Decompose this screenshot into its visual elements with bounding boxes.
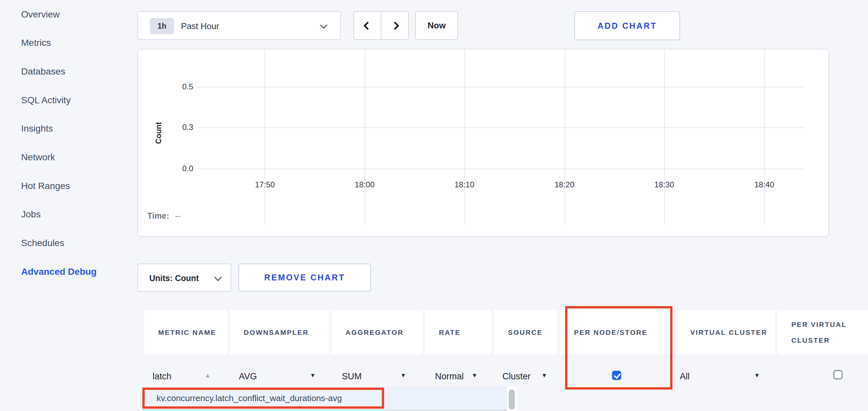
sort-open-icon[interactable]: ▲ bbox=[205, 372, 211, 379]
gridline bbox=[265, 50, 265, 225]
chevron-down-icon[interactable]: ▼ bbox=[310, 372, 316, 379]
time-range-label: Past Hour bbox=[181, 12, 219, 41]
downsampler-select-value[interactable]: AVG bbox=[239, 370, 257, 382]
time-range-selector[interactable]: 1h Past Hour bbox=[137, 11, 341, 40]
sidebar-item-insights[interactable]: Insights bbox=[21, 122, 120, 136]
metric-suggestion-item[interactable]: kv.concurrency.latch_conflict_wait_durat… bbox=[157, 386, 342, 410]
chevron-down-icon[interactable]: ▼ bbox=[754, 372, 760, 379]
chevron-left-icon bbox=[363, 22, 372, 30]
virtual-cluster-select-value[interactable]: All bbox=[680, 370, 690, 382]
y-tick-label: 0.5 bbox=[164, 82, 193, 92]
sidebar-item-jobs[interactable]: Jobs bbox=[21, 207, 120, 222]
hover-time-caption: Time:-- bbox=[147, 211, 181, 221]
x-tick-label: 17:50 bbox=[242, 180, 288, 189]
suggestion-scrollbar-thumb[interactable] bbox=[509, 389, 515, 410]
header-cell-virtual-cluster: VIRTUAL CLUSTER bbox=[676, 310, 775, 354]
rate-select-value[interactable]: Normal bbox=[435, 370, 464, 382]
hover-time-value: -- bbox=[175, 211, 181, 220]
header-cell-per-node-store: PER NODE/STORE bbox=[560, 310, 674, 354]
metric-suggestion-list: kv.concurrency.latch_conflict_wait_durat… bbox=[142, 386, 507, 411]
gridline bbox=[464, 50, 465, 225]
header-cell-aggregator: AGGREGATOR bbox=[332, 310, 423, 354]
per-virtual-cluster-checkbox[interactable] bbox=[833, 370, 843, 379]
header-cell-rate: RATE bbox=[425, 310, 491, 354]
sidebar-item-hot-ranges[interactable]: Hot Ranges bbox=[21, 179, 120, 193]
x-tick-label: 18:00 bbox=[342, 180, 388, 189]
sidebar-item-network[interactable]: Network bbox=[21, 150, 120, 165]
x-tick-label: 18:10 bbox=[441, 180, 488, 189]
metric-name-input[interactable] bbox=[153, 370, 202, 383]
sidebar-item-metrics[interactable]: Metrics bbox=[21, 36, 120, 50]
sidebar-item-schedules[interactable]: Schedules bbox=[21, 236, 120, 250]
per-node-store-checkbox[interactable] bbox=[612, 371, 621, 380]
chevron-right-icon bbox=[391, 22, 399, 30]
units-selector[interactable]: Units: Count bbox=[137, 264, 231, 292]
chevron-down-icon[interactable]: ▼ bbox=[472, 372, 477, 379]
time-range-pager bbox=[353, 11, 409, 40]
remove-chart-button[interactable]: REMOVE CHART bbox=[239, 264, 371, 292]
advanced-debug-custom-chart-page: Overview Metrics Databases SQL Activity … bbox=[0, 0, 868, 411]
chevron-down-icon[interactable]: ▼ bbox=[400, 372, 406, 379]
chevron-down-icon bbox=[214, 274, 222, 281]
y-tick-label: 0.0 bbox=[164, 164, 193, 174]
source-select-value[interactable]: Cluster bbox=[502, 370, 531, 382]
header-cell-source: SOURCE bbox=[494, 310, 557, 354]
chevron-down-icon bbox=[320, 22, 328, 29]
y-tick-label: 0.3 bbox=[164, 123, 193, 133]
gridline bbox=[564, 50, 565, 225]
chart-card: Count 0.5 0.3 0.0 17:50 18:00 18:10 18:2… bbox=[137, 49, 829, 237]
sidebar-item-sql-activity[interactable]: SQL Activity bbox=[21, 93, 120, 107]
chevron-down-icon[interactable]: ▼ bbox=[541, 372, 547, 379]
y-axis-label: Count bbox=[154, 113, 163, 153]
suggestion-divider bbox=[142, 410, 517, 410]
hover-time-label: Time: bbox=[147, 211, 169, 220]
header-cell-downsampler: DOWNSAMPLER bbox=[230, 310, 329, 354]
header-cell-metric-name: METRIC NAME bbox=[144, 310, 227, 354]
units-selector-label: Units: Count bbox=[149, 264, 199, 292]
add-chart-button[interactable]: ADD CHART bbox=[575, 11, 680, 40]
sidebar: Overview Metrics Databases SQL Activity … bbox=[0, 0, 137, 411]
sidebar-item-advanced-debug[interactable]: Advanced Debug bbox=[21, 265, 120, 279]
sidebar-item-databases[interactable]: Databases bbox=[21, 64, 120, 79]
gridline bbox=[197, 87, 805, 88]
gridline bbox=[197, 127, 805, 128]
gridline bbox=[197, 169, 805, 169]
next-range-button[interactable] bbox=[381, 12, 408, 39]
gridline bbox=[764, 50, 765, 225]
x-tick-label: 18:30 bbox=[641, 180, 687, 189]
x-tick-label: 18:20 bbox=[541, 180, 588, 189]
time-range-badge: 1h bbox=[150, 18, 174, 34]
x-tick-label: 18:40 bbox=[741, 180, 787, 189]
aggregator-select-value[interactable]: SUM bbox=[342, 370, 362, 382]
gridline bbox=[664, 50, 665, 225]
prev-range-button[interactable] bbox=[354, 12, 381, 39]
header-cell-per-virtual-cluster: PER VIRTUAL CLUSTER bbox=[777, 310, 868, 354]
now-button[interactable]: Now bbox=[415, 11, 458, 40]
sidebar-item-overview[interactable]: Overview bbox=[21, 7, 120, 22]
gridline bbox=[365, 50, 365, 225]
